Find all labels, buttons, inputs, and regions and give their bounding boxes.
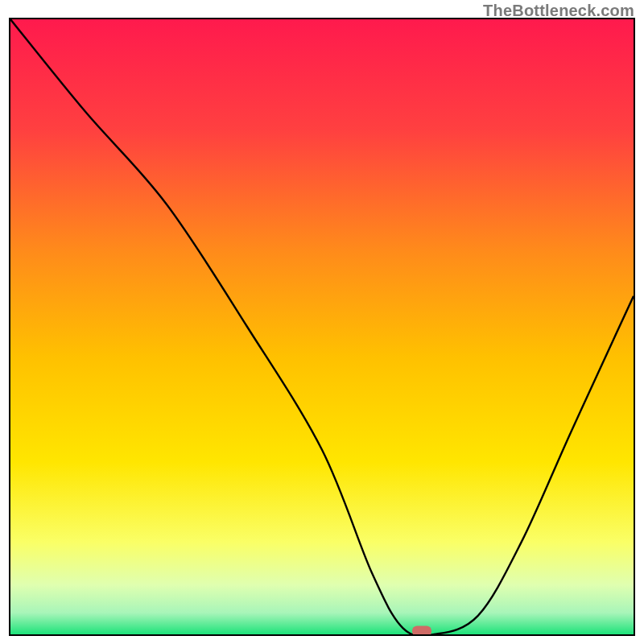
- chart-container: TheBottleneck.com: [0, 0, 644, 644]
- plot-area: [9, 18, 635, 636]
- bottleneck-curve: [10, 19, 634, 634]
- optimal-point-marker: [412, 626, 431, 637]
